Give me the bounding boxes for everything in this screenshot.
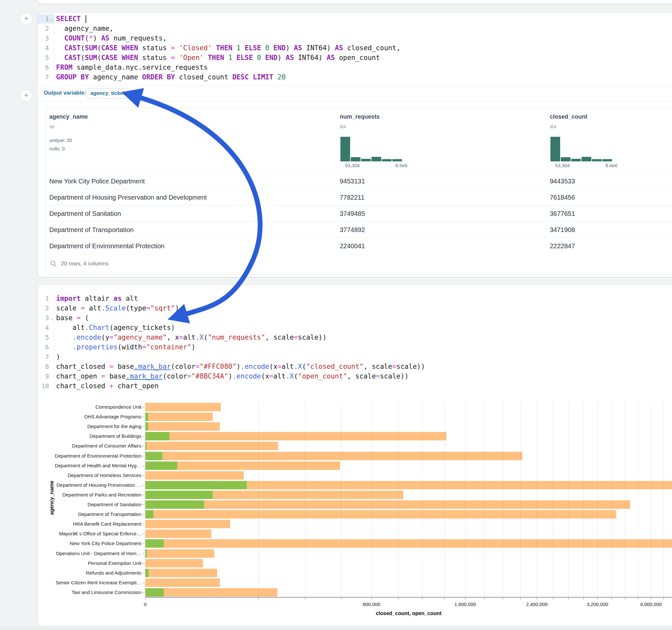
code-line: 5 CAST(SUM(CASE WHEN status = 'Open' THE… (38, 53, 672, 63)
histogram-max-label: 9.5e6 (387, 163, 416, 168)
text-cursor (86, 15, 86, 23)
results-table: 20 rows, 4 columns agency_namestrunique:… (46, 107, 672, 275)
table-cell: 9453131 (340, 173, 365, 189)
histogram-bar (361, 159, 371, 162)
histogram-bar (602, 159, 612, 162)
line-number: 1 (38, 14, 54, 24)
histogram-bar (371, 157, 381, 162)
code-line: 8chart_closed = base.mark_bar(color="#FF… (38, 362, 672, 371)
histogram-bar (382, 159, 391, 162)
column-header[interactable]: closed_counti6453,3049.4e6 (550, 107, 672, 173)
histogram-bar (550, 137, 560, 162)
code-line: 3base = ( (38, 313, 672, 323)
output-variable-row: Output variable: agency_tickets (38, 86, 672, 101)
code-line: 7) (38, 352, 672, 362)
table-row[interactable]: Department of Housing Preservation and D… (46, 189, 672, 205)
column-stat: unique: 20 (49, 138, 72, 143)
table-row-count: 20 rows, 4 columns (61, 261, 108, 267)
code-line: 6FROM sample_data.nyc.service_requests (38, 63, 672, 72)
add-cell-button[interactable]: + (20, 13, 32, 25)
column-stat: nulls: 0 (49, 146, 65, 151)
line-number: 10 (38, 381, 54, 391)
table-cell: Department of Transportation (49, 222, 134, 238)
code-line: 1SELECT (38, 14, 672, 24)
table-cell: 9443533 (550, 173, 575, 189)
line-number: 6 (38, 63, 54, 72)
line-number: 5 (38, 53, 54, 63)
line-number: 7 (38, 72, 54, 82)
histogram-bar (581, 157, 591, 162)
histogram-min-label: 53,304 (548, 163, 577, 168)
code-line: 7GROUP BY agency_name ORDER BY closed_co… (38, 72, 672, 82)
column-histogram (550, 137, 612, 162)
table-cell: Department of Sanitation (49, 205, 121, 222)
table-cell: Department of Environmental Protection (49, 238, 165, 254)
table-cell: 2222847 (550, 238, 575, 254)
code-line: 2scale = alt.Scale(type="sqrt") (38, 303, 672, 313)
histogram-bar (592, 159, 602, 162)
code-line: 10chart_closed + chart_open (38, 381, 672, 391)
cell-gap (0, 626, 672, 630)
histogram-bar (571, 159, 581, 162)
table-row[interactable]: Department of Sanitation37494853677651 (46, 205, 672, 222)
code-line: 9chart_open = base.mark_bar(color="#8BC3… (38, 371, 672, 381)
histogram-bar (351, 157, 360, 162)
table-cell: 3749485 (340, 205, 365, 222)
line-number: 4 (38, 323, 54, 333)
table-cell: 3677651 (550, 205, 575, 222)
column-header[interactable]: agency_namestrunique: 20nulls: 0 (49, 107, 244, 173)
line-number: 2 (38, 24, 54, 33)
column-name: agency_name (49, 114, 88, 120)
notebook-page: + + 1SELECT 2 agency_name,3 COUNT(*) AS … (0, 0, 672, 630)
table-cell: 3471908 (550, 222, 575, 238)
output-variable-input[interactable]: agency_tickets (87, 88, 130, 98)
column-header[interactable]: num_requestsi6453,3049.5e6 (340, 107, 534, 173)
histogram-bar (340, 137, 350, 162)
line-number: 1 (38, 294, 54, 303)
sql-cell: 1SELECT 2 agency_name,3 COUNT(*) AS num_… (38, 12, 672, 277)
line-number: 9 (38, 371, 54, 381)
table-footer: 20 rows, 4 columns (46, 254, 672, 274)
python-editor[interactable]: 1import altair as alt2scale = alt.Scale(… (38, 294, 672, 391)
previous-cell-edge (38, 0, 672, 4)
line-number: 7 (38, 352, 54, 362)
code-line: 5 .encode(y="agency_name", x=alt.X("num_… (38, 333, 672, 342)
divider (38, 101, 672, 102)
histogram-max-label: 9.4e6 (597, 163, 626, 168)
code-line: 4 alt.Chart(agency_tickets) (38, 323, 672, 333)
line-number: 3 (38, 313, 54, 323)
search-icon[interactable] (50, 260, 57, 267)
column-histogram (340, 137, 402, 162)
line-number: 4 (38, 43, 54, 53)
table-cell: 2240041 (340, 238, 365, 254)
table-cell: Department of Housing Preservation and D… (49, 189, 207, 205)
code-line: 3 COUNT(*) AS num_requests, (38, 33, 672, 43)
table-row[interactable]: Department of Environmental Protection22… (46, 238, 672, 254)
code-line: 6 .properties(width="container") (38, 342, 672, 352)
histogram-bar (561, 157, 571, 162)
line-number: 8 (38, 362, 54, 371)
line-number: 3 (38, 33, 54, 43)
output-variable-label: Output variable: (44, 90, 86, 96)
add-cell-button[interactable]: + (20, 90, 32, 102)
column-type: i64 (340, 124, 346, 129)
column-type: str (49, 124, 55, 129)
column-name: closed_count (550, 114, 587, 120)
sql-editor[interactable]: 1SELECT 2 agency_name,3 COUNT(*) AS num_… (38, 14, 672, 82)
histogram-bar (392, 159, 402, 162)
table-cell: 3774892 (340, 222, 365, 238)
line-number: 5 (38, 333, 54, 342)
code-line: 2 agency_name, (38, 24, 672, 33)
table-row[interactable]: New York City Police Department945313194… (46, 173, 672, 189)
table-cell: 7618456 (550, 189, 575, 205)
python-cell: 1import altair as alt2scale = alt.Scale(… (38, 285, 672, 626)
line-number: 2 (38, 303, 54, 313)
column-name: num_requests (340, 114, 380, 120)
table-cell: New York City Police Department (49, 173, 145, 189)
code-line: 1import altair as alt (38, 294, 672, 303)
table-cell: 7782211 (340, 189, 364, 205)
line-number: 6 (38, 342, 54, 352)
histogram-min-label: 53,304 (338, 163, 367, 168)
table-row[interactable]: Department of Transportation377489234719… (46, 221, 672, 238)
code-line: 4 CAST(SUM(CASE WHEN status = 'Closed' T… (38, 43, 672, 53)
